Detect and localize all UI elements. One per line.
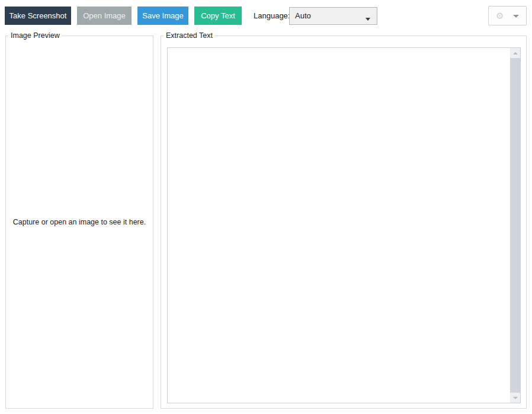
chevron-down-icon <box>513 15 519 18</box>
take-screenshot-button[interactable]: Take Screenshot <box>5 7 71 25</box>
vertical-scrollbar[interactable] <box>510 48 520 403</box>
scroll-down-arrow-icon <box>513 397 518 399</box>
scroll-down-button[interactable] <box>510 393 520 403</box>
scroll-up-arrow-icon <box>513 52 518 54</box>
scroll-up-button[interactable] <box>510 48 520 58</box>
scrollbar-thumb[interactable] <box>510 58 520 393</box>
chevron-down-icon <box>366 18 370 21</box>
gear-icon: ⚙ <box>496 11 504 20</box>
extracted-text-title: Extracted Text <box>164 31 215 40</box>
copy-text-button[interactable]: Copy Text <box>194 7 242 25</box>
extracted-text-panel: Extracted Text <box>161 36 527 409</box>
ocr-app-window: Take Screenshot Open Image Save Image Co… <box>0 0 532 414</box>
settings-dropdown-button[interactable]: ⚙ <box>488 6 527 25</box>
image-preview-placeholder: Capture or open an image to see it here. <box>6 36 153 408</box>
language-dropdown[interactable]: Auto <box>289 7 377 25</box>
extracted-text-input[interactable] <box>168 48 510 403</box>
image-preview-panel: Image Preview Capture or open an image t… <box>5 36 153 409</box>
language-label: Language: <box>254 7 290 25</box>
extracted-text-area <box>167 47 521 403</box>
save-image-button[interactable]: Save Image <box>137 7 188 25</box>
language-selected-value: Auto <box>295 8 311 24</box>
open-image-button[interactable]: Open Image <box>77 7 132 25</box>
